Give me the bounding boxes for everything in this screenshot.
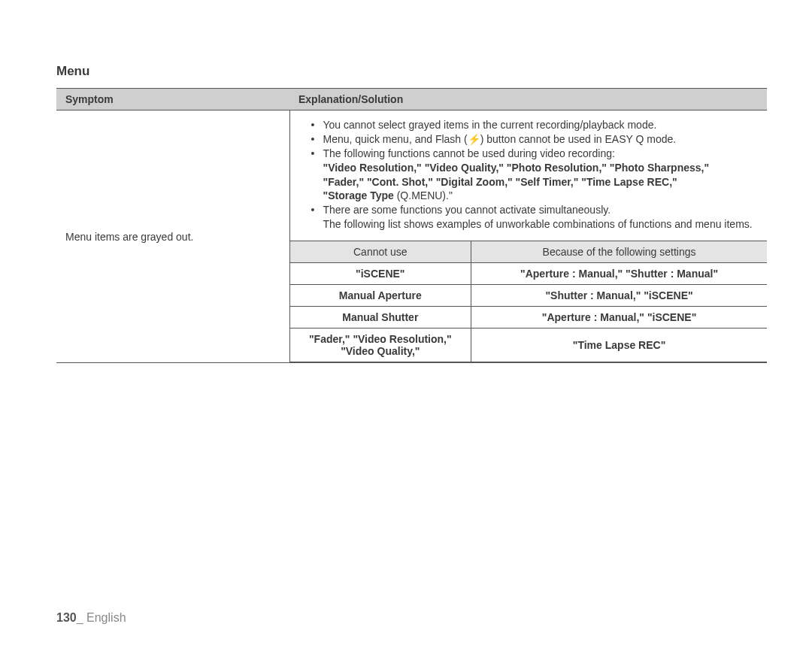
inner-cell: "Aperture : Manual," "iSCENE": [471, 307, 767, 329]
header-symptom: Symptom: [56, 89, 289, 111]
inner-header-row: Cannot use Because of the following sett…: [290, 241, 768, 263]
inner-row: "Fader," "Video Resolution," "Video Qual…: [290, 329, 768, 362]
text-bold: "Storage Type: [323, 189, 397, 201]
list-item: Menu, quick menu, and Flash (⚡) button c…: [323, 132, 757, 147]
document-page: Menu Symptom Explanation/Solution Menu i…: [0, 0, 812, 393]
inner-row: Manual Aperture "Shutter : Manual," "iSC…: [290, 285, 768, 307]
page-number: 130: [56, 611, 77, 624]
symptom-cell: Menu items are grayed out.: [56, 111, 289, 363]
bold-line: "Video Resolution," "Video Quality," "Ph…: [301, 161, 757, 175]
bold-line: "Storage Type (Q.MENU).": [301, 189, 757, 203]
header-explanation: Explanation/Solution: [289, 89, 767, 111]
inner-row: "iSCENE" "Aperture : Manual," "Shutter :…: [290, 263, 768, 285]
inner-table: Cannot use Because of the following sett…: [290, 241, 768, 362]
page-language: English: [86, 611, 126, 624]
inner-cell: "Aperture : Manual," "Shutter : Manual": [471, 263, 767, 285]
inner-cell: "Fader," "Video Resolution," "Video Qual…: [290, 329, 471, 362]
explanation-body: You cannot select grayed items in the cu…: [290, 111, 768, 238]
text: Menu, quick menu, and Flash (: [323, 133, 468, 145]
explanation-list: You cannot select grayed items in the cu…: [301, 118, 757, 161]
inner-cell: "Shutter : Manual," "iSCENE": [471, 285, 767, 307]
inner-row: Manual Shutter "Aperture : Manual," "iSC…: [290, 307, 768, 329]
page-footer: 130_ English: [56, 611, 126, 625]
explanation-cell: You cannot select grayed items in the cu…: [289, 111, 767, 363]
text: ) button cannot be used in EASY Q mode.: [480, 133, 676, 145]
list-item: You cannot select grayed items in the cu…: [323, 118, 757, 132]
inner-cell: "iSCENE": [290, 263, 471, 285]
inner-cell: "Time Lapse REC": [471, 329, 767, 362]
list-item: The following functions cannot be used d…: [323, 147, 757, 161]
bold-line: "Fader," "Cont. Shot," "Digital Zoom," "…: [301, 175, 757, 189]
list-item: There are some functions you cannot acti…: [323, 203, 757, 217]
explanation-list: There are some functions you cannot acti…: [301, 203, 757, 217]
text: (Q.MENU).": [397, 189, 453, 201]
flash-icon: ⚡: [468, 132, 480, 147]
inner-header-because: Because of the following settings: [471, 241, 767, 263]
separator: _: [77, 611, 86, 624]
section-title: Menu: [56, 64, 767, 79]
table-header-row: Symptom Explanation/Solution: [56, 89, 767, 111]
inner-cell: Manual Aperture: [290, 285, 471, 307]
table-row: Menu items are grayed out. You cannot se…: [56, 111, 767, 363]
inner-header-cannot-use: Cannot use: [290, 241, 471, 263]
continuation-text: The following list shows examples of unw…: [301, 217, 757, 232]
inner-cell: Manual Shutter: [290, 307, 471, 329]
troubleshoot-table: Symptom Explanation/Solution Menu items …: [56, 88, 767, 363]
